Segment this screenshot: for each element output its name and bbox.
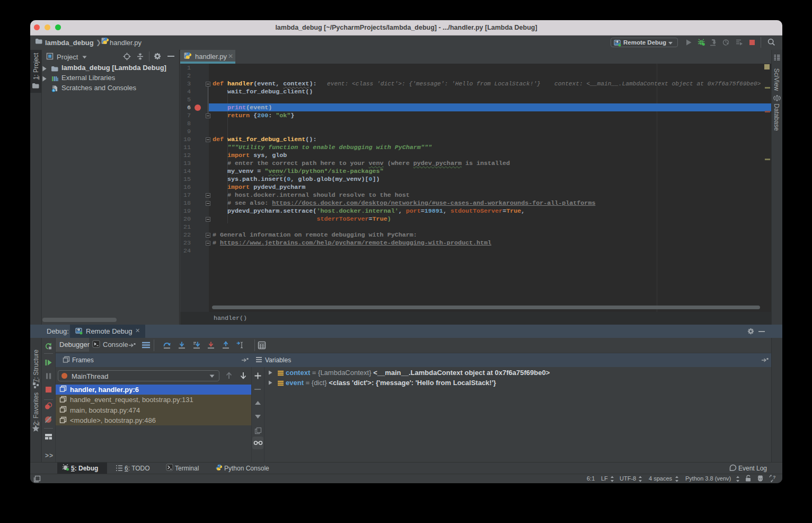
svg-text:?: ? [773,475,776,480]
